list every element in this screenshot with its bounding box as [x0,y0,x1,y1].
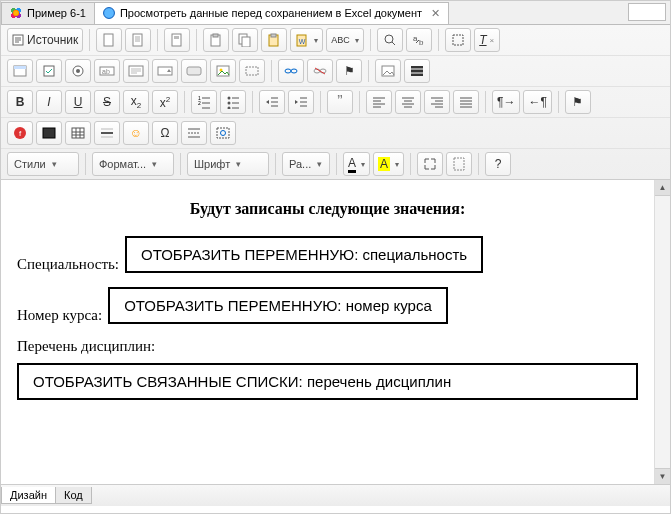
tab-code[interactable]: Код [55,487,92,504]
svg-rect-1 [104,34,113,46]
select-button[interactable] [152,59,178,83]
superscript-button[interactable]: x2 [152,90,178,114]
bulletlist-button[interactable] [220,90,246,114]
close-icon[interactable]: ✕ [431,7,440,20]
svg-rect-6 [213,34,218,37]
form-button[interactable] [7,59,33,83]
subscript-button[interactable]: x2 [123,90,149,114]
label-specialty: Специальность: [17,256,119,273]
specialchar-button[interactable]: Ω [152,121,178,145]
outdent-button[interactable] [259,90,285,114]
blocks-icon [453,157,465,171]
toolbar-row-2: ab ⚑ [1,55,670,86]
format-select[interactable]: Формат...▾ [92,152,174,176]
clipboard-icon [209,33,223,47]
font-select[interactable]: Шрифт▾ [187,152,269,176]
embed-button[interactable] [36,121,62,145]
image-button[interactable] [375,59,401,83]
new-doc-button[interactable] [96,28,122,52]
align-center-button[interactable] [395,90,421,114]
maximize-icon [424,158,436,170]
align-justify-button[interactable] [453,90,479,114]
scroll-up-button[interactable]: ▲ [655,180,670,196]
replace-button[interactable]: ab [406,28,432,52]
embed-icon [42,127,56,139]
styles-select[interactable]: Стили▾ [7,152,79,176]
scroll-down-button[interactable]: ▼ [655,468,670,484]
outdent-icon [265,95,279,109]
copy-button[interactable] [232,28,258,52]
rtl-button[interactable]: ←¶ [523,90,551,114]
pagebreak-button[interactable] [181,121,207,145]
smiley-button[interactable]: ☺ [123,121,149,145]
editor-canvas-wrap: Будут записаны следующие значения: Специ… [1,180,670,484]
svg-rect-4 [174,36,179,39]
varbox-specialty[interactable]: ОТОБРАЗИТЬ ПЕРЕМЕННУЮ: специальность [125,236,483,273]
link-button[interactable] [278,59,304,83]
language-button[interactable]: ⚑ [565,90,591,114]
vertical-scrollbar[interactable]: ▲ ▼ [654,180,670,484]
about-button[interactable]: ? [485,152,511,176]
svg-point-39 [228,102,231,105]
radio-button[interactable] [65,59,91,83]
flash-button[interactable]: f [7,121,33,145]
hr-button[interactable] [94,121,120,145]
tab-label: Просмотреть данные перед сохранением в E… [120,7,422,19]
replace-icon: ab [412,33,426,47]
tab-example[interactable]: Пример 6-1 [1,2,95,24]
bgcolor-button[interactable]: A [373,152,404,176]
spellcheck-button[interactable]: ABC [326,28,364,52]
varbox-course[interactable]: ОТОБРАЗИТЬ ПЕРЕМЕННУЮ: номер курса [108,287,448,324]
editor-toolbar: Источник W ABC ab T× ab ⚑ [1,25,670,180]
varbox-disciplines[interactable]: ОТОБРАЗИТЬ СВЯЗАННЫЕ СПИСКИ: перечень ди… [17,363,638,400]
checkbox-button[interactable] [36,59,62,83]
source-icon [12,34,24,46]
find-button[interactable] [377,28,403,52]
source-button[interactable]: Источник [7,28,83,52]
blockquote-button[interactable]: ” [327,90,353,114]
strike-button[interactable]: S [94,90,120,114]
table-button[interactable] [65,121,91,145]
size-select[interactable]: Ра...▾ [282,152,330,176]
textcolor-button[interactable]: A [343,152,370,176]
textfield-button[interactable]: ab [94,59,120,83]
removeformat-button[interactable]: T× [474,28,500,52]
quote-icon: ” [337,93,342,111]
anchor-button[interactable]: ⚑ [336,59,362,83]
toolbar-row-3: B I U S x2 x2 12 ” ¶→ ←¶ ⚑ [1,86,670,117]
align-left-button[interactable] [366,90,392,114]
paste-special-button[interactable]: W [290,28,323,52]
iframe-button[interactable] [404,59,430,83]
svg-rect-45 [217,128,229,138]
ltr-button[interactable]: ¶→ [492,90,520,114]
iframe2-button[interactable] [210,121,236,145]
bold-button[interactable]: B [7,90,33,114]
textarea-button[interactable] [123,59,149,83]
search-icon [383,33,397,47]
button-button[interactable] [181,59,207,83]
tab-design[interactable]: Дизайн [1,487,56,504]
cut-button[interactable] [203,28,229,52]
italic-button[interactable]: I [36,90,62,114]
indent-button[interactable] [288,90,314,114]
numberlist-button[interactable]: 12 [191,90,217,114]
hidden-button[interactable] [239,59,265,83]
tab-preview-data[interactable]: Просмотреть данные перед сохранением в E… [94,2,449,24]
imagebutton-button[interactable] [210,59,236,83]
textarea-icon [128,65,144,77]
aligncenter-icon [401,96,415,108]
paste-button[interactable] [261,28,287,52]
maximize-button[interactable] [417,152,443,176]
editor-canvas[interactable]: Будут записаны следующие значения: Специ… [1,180,654,484]
textcolor-icon: A [348,156,356,173]
preview-button[interactable] [125,28,151,52]
templates-button[interactable] [164,28,190,52]
underline-button[interactable]: U [65,90,91,114]
align-right-button[interactable] [424,90,450,114]
unlink-button[interactable] [307,59,333,83]
selectall-button[interactable] [445,28,471,52]
showblocks-button[interactable] [446,152,472,176]
svg-text:W: W [299,38,306,45]
tab-label: Пример 6-1 [27,7,86,19]
svg-rect-26 [187,67,201,75]
